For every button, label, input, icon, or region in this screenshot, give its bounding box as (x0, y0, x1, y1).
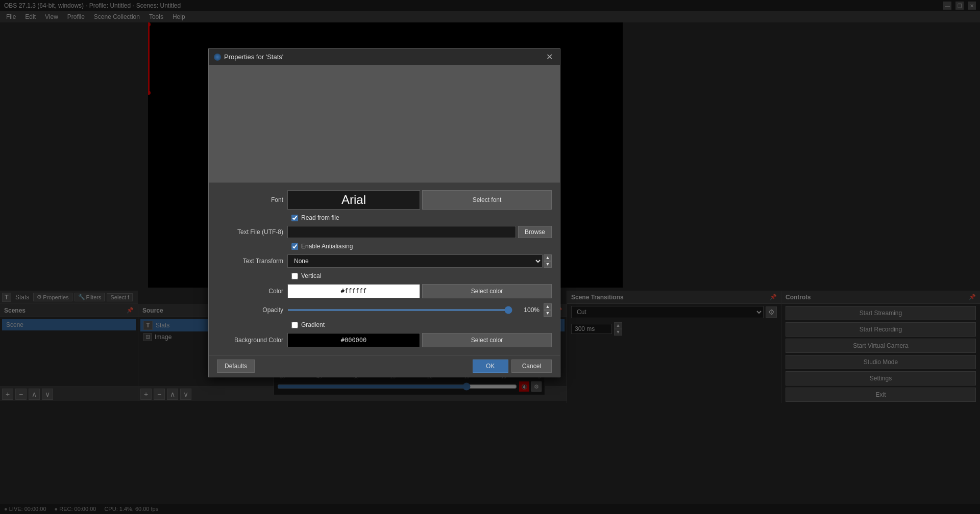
opacity-up-btn[interactable]: ▲ (544, 303, 552, 310)
color-value: #ffffff (341, 288, 367, 295)
color-control: #ffffff Select color (287, 284, 552, 298)
opacity-row: Opacity 100% ▲ ▼ (209, 301, 560, 319)
font-display: Arial (287, 190, 420, 210)
opacity-slider[interactable] (287, 309, 512, 311)
opacity-spinner: ▲ ▼ (544, 303, 552, 317)
gradient-row: Gradient (209, 319, 560, 330)
opacity-label: Opacity (217, 306, 283, 314)
dialog-buttons: Defaults OK Cancel (209, 355, 560, 377)
gradient-checkbox[interactable] (291, 322, 298, 328)
browse-btn[interactable]: Browse (518, 226, 552, 238)
background-color-row: Background Color #000000 Select color (209, 330, 560, 350)
vertical-row: Vertical (209, 270, 560, 281)
transform-up-btn[interactable]: ▲ (544, 254, 552, 261)
dialog-preview-area (209, 65, 560, 183)
read-from-file-row: Read from file (209, 212, 560, 223)
dialog-close-btn[interactable]: ✕ (544, 52, 555, 62)
select-bg-color-btn[interactable]: Select color (422, 333, 552, 347)
text-transform-row: Text Transform None ▲ ▼ (209, 252, 560, 270)
antialiasing-label: Enable Antialiasing (301, 243, 353, 250)
text-file-input[interactable] (287, 226, 516, 238)
antialiasing-row: Enable Antialiasing (209, 241, 560, 252)
text-file-label: Text File (UTF-8) (217, 228, 283, 236)
color-swatch[interactable]: #ffffff (287, 284, 420, 298)
bg-color-value: #000000 (341, 337, 367, 344)
background-color-label: Background Color (217, 337, 283, 344)
bg-color-swatch[interactable]: #000000 (287, 333, 420, 347)
antialiasing-checkbox[interactable] (291, 243, 298, 250)
color-label: Color (217, 288, 283, 295)
font-label: Font (217, 196, 283, 203)
ok-btn[interactable]: OK (473, 359, 508, 373)
dialog-form: Font Arial Select font Read from file Te… (209, 183, 560, 355)
text-transform-select[interactable]: None (287, 254, 543, 268)
opacity-value: 100% (517, 306, 540, 314)
defaults-btn[interactable]: Defaults (217, 359, 255, 373)
dialog-title: Properties for 'Stats' (214, 53, 283, 61)
text-file-control: Browse (287, 226, 552, 238)
text-file-row: Text File (UTF-8) Browse (209, 223, 560, 241)
vertical-checkbox[interactable] (291, 273, 298, 279)
select-font-btn[interactable]: Select font (422, 190, 552, 210)
spacer (258, 359, 470, 373)
opacity-down-btn[interactable]: ▼ (544, 310, 552, 317)
read-from-file-label: Read from file (301, 214, 339, 221)
properties-dialog: Properties for 'Stats' ✕ Font Arial Sele… (208, 48, 560, 377)
text-transform-spinner: ▲ ▼ (544, 254, 552, 268)
dialog-titlebar: Properties for 'Stats' ✕ (209, 49, 560, 65)
vertical-label: Vertical (301, 272, 321, 279)
font-control: Arial Select font (287, 190, 552, 210)
select-color-btn[interactable]: Select color (422, 284, 552, 298)
gradient-label: Gradient (301, 321, 325, 328)
obs-logo-icon (214, 54, 221, 61)
cancel-btn[interactable]: Cancel (511, 359, 552, 373)
transform-down-btn[interactable]: ▼ (544, 261, 552, 268)
bg-color-control: #000000 Select color (287, 333, 552, 347)
text-transform-control: None ▲ ▼ (287, 254, 552, 268)
read-from-file-checkbox[interactable] (291, 215, 298, 221)
text-transform-label: Text Transform (217, 258, 283, 265)
color-row: Color #ffffff Select color (209, 281, 560, 301)
font-row: Font Arial Select font (209, 188, 560, 212)
